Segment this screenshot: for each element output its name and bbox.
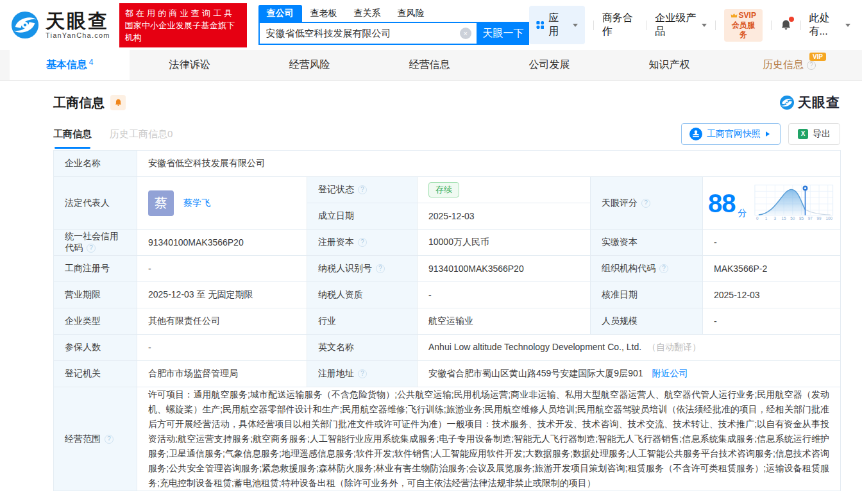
search-input-wrap: ×: [258, 22, 478, 45]
table-row: 登记机关 合肥市市场监督管理局 注册地址? 安徽省合肥市蜀山区黄山路459号安建…: [54, 361, 841, 387]
tianyancha-eye-icon: [10, 10, 40, 40]
field-label: 组织机构代码?: [591, 256, 703, 282]
search-button[interactable]: 天眼一下: [478, 22, 529, 45]
field-label: 企业类型: [54, 308, 137, 335]
help-icon[interactable]: ?: [87, 244, 96, 253]
official-snapshot-button[interactable]: 工商官网快照: [681, 123, 781, 145]
registration-status-cell: 存续: [418, 177, 591, 203]
field-value: -: [137, 335, 307, 361]
help-icon[interactable]: ?: [659, 264, 668, 273]
tab-business-info[interactable]: 经营信息: [369, 50, 489, 80]
arrow-right-icon: [766, 131, 772, 137]
field-value: 91340100MAK3566P20: [418, 256, 591, 282]
search-input[interactable]: [260, 23, 477, 44]
field-label: 登记机关: [54, 361, 137, 387]
score-value: 88: [708, 190, 736, 216]
field-value: 2025-12-03 至 无固定期限: [137, 282, 307, 308]
bell-icon: [114, 98, 123, 107]
score-unit: 分: [738, 208, 747, 219]
company-nav-tabs: 基本信息 4 法律诉讼 经营风险 经营信息 公司发展 知识产权 VIP 历史信息…: [0, 50, 862, 81]
field-label: 实缴资本: [591, 230, 703, 256]
nearby-companies-link[interactable]: 附近公司: [652, 368, 688, 378]
help-icon[interactable]: ?: [641, 199, 650, 208]
field-label: 英文名称: [307, 335, 418, 361]
tianyancha-eye-icon: [779, 95, 795, 110]
tab-company-development[interactable]: 公司发展: [489, 50, 609, 80]
subtab-business-registration[interactable]: 工商信息: [53, 128, 92, 149]
tab-count: 4: [89, 58, 94, 67]
field-value: MAK3566P-2: [703, 256, 841, 282]
field-value: 合肥市市场监督管理局: [137, 361, 307, 387]
field-value: 91340100MAK3566P20: [137, 230, 307, 256]
table-row: 企业名称 安徽省低空科技发展有限公司: [54, 151, 841, 177]
help-icon[interactable]: ?: [358, 369, 367, 378]
field-label: 纳税人识别号?: [307, 256, 418, 282]
field-label: 注册资本?: [307, 230, 418, 256]
help-icon[interactable]: ?: [376, 264, 385, 273]
svg-text:50: 50: [790, 216, 795, 221]
search-tab-relation[interactable]: 查关系: [346, 5, 389, 22]
help-icon[interactable]: ?: [807, 61, 816, 70]
tab-basic-info[interactable]: 基本信息 4: [10, 50, 130, 80]
help-icon[interactable]: ?: [358, 185, 367, 194]
tab-business-risk[interactable]: 经营风险: [249, 50, 369, 80]
field-label: 成立日期: [307, 203, 418, 230]
top-header: 天眼查 TianYanCha.com 都在用的商业查询工具 国家中小企业发展子基…: [0, 0, 862, 50]
crown-icon: [731, 13, 738, 19]
clear-search-icon[interactable]: ×: [460, 28, 471, 39]
field-value: 航空运输业: [418, 308, 591, 335]
table-row: 经营范围? 许可项目：通用航空服务;城市配送运输服务（不含危险货物）;公共航空运…: [54, 387, 841, 491]
tab-legal-litigation[interactable]: 法律诉讼: [130, 50, 249, 80]
logo-subtitle: TianYanCha.com: [46, 31, 110, 39]
field-label: 人员规模: [591, 308, 703, 335]
svip-member-button[interactable]: SVIP 会员服务: [724, 9, 763, 42]
field-value: -: [418, 282, 591, 308]
promo-line2: 国家中小企业发展子基金旗下机构: [125, 19, 241, 44]
menu-business-coop[interactable]: 商务合作: [602, 12, 638, 38]
subtab-history-registration[interactable]: 历史工商信息0: [110, 128, 173, 149]
help-icon[interactable]: ?: [105, 435, 114, 444]
field-label: 工商注册号: [54, 256, 137, 282]
help-icon[interactable]: ?: [358, 238, 367, 247]
chevron-down-icon: [845, 24, 850, 29]
company-name-value: 安徽省低空科技发展有限公司: [137, 151, 841, 177]
tab-intellectual-property[interactable]: 知识产权: [609, 50, 729, 80]
field-label: 营业期限: [54, 282, 137, 308]
field-value: 10000万人民币: [418, 230, 591, 256]
menu-more[interactable]: 此处有...: [809, 12, 850, 38]
stamp-icon: [689, 128, 702, 140]
search-tab-boss[interactable]: 查老板: [302, 5, 346, 22]
subscribe-bell-button[interactable]: [110, 95, 126, 110]
field-label: 经营范围?: [54, 387, 137, 491]
table-row: 营业期限 2025-12-03 至 无固定期限 纳税人资质 - 核准日期 202…: [54, 282, 841, 308]
field-value: -: [703, 308, 841, 335]
search-tab-risk[interactable]: 查风险: [389, 5, 433, 22]
tianyan-score-cell: 88 分: [703, 177, 841, 230]
status-badge: 存续: [428, 182, 459, 197]
business-info-table: 企业名称 安徽省低空科技发展有限公司 法定代表人 蔡 蔡学飞 登记状态? 存续 …: [53, 150, 841, 491]
search-tabs: 查公司 查老板 查关系 查风险: [258, 5, 529, 22]
apps-menu[interactable]: 应用: [529, 6, 585, 44]
search-tab-company[interactable]: 查公司: [258, 5, 302, 22]
svg-text:100: 100: [825, 216, 832, 221]
export-button[interactable]: X 导出: [788, 123, 840, 145]
field-label: 法定代表人: [54, 177, 137, 230]
avatar[interactable]: 蔡: [148, 190, 174, 216]
vip-badge: VIP: [809, 53, 826, 61]
site-logo[interactable]: 天眼查 TianYanCha.com: [10, 10, 110, 40]
registered-address-cell: 安徽省合肥市蜀山区黄山路459号安建国际大厦9层901 附近公司: [418, 361, 841, 387]
table-row: 统一社会信用代码? 91340100MAK3566P20 注册资本? 10000…: [54, 230, 841, 256]
legal-rep-link[interactable]: 蔡学飞: [183, 197, 210, 207]
notification-dot: [789, 17, 794, 22]
establish-date-value: 2025-12-03: [418, 203, 591, 230]
table-row: 工商注册号 - 纳税人识别号? 91340100MAK3566P20 组织机构代…: [54, 256, 841, 282]
tab-history-info[interactable]: VIP 历史信息 ?: [729, 50, 849, 80]
notifications-button[interactable]: [780, 19, 792, 31]
menu-enterprise-products[interactable]: 企业级产品: [655, 12, 707, 38]
field-label: 统一社会信用代码?: [54, 230, 137, 256]
address-value: 安徽省合肥市蜀山区黄山路459号安建国际大厦9层901: [428, 368, 643, 378]
search-block: 查公司 查老板 查关系 查风险 × 天眼一下: [258, 5, 529, 45]
svg-text:15: 15: [781, 216, 786, 221]
chevron-down-icon: [702, 24, 707, 29]
promo-banner: 都在用的商业查询工具 国家中小企业发展子基金旗下机构: [119, 3, 247, 47]
